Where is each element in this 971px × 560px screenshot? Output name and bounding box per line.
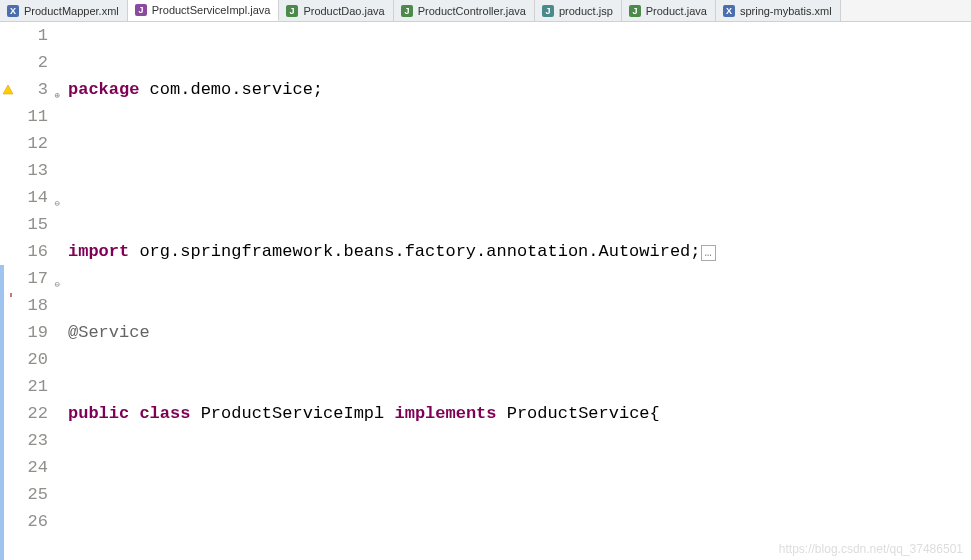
- line-number: 18: [16, 292, 48, 319]
- line-number: 3⊕: [16, 76, 48, 103]
- svg-text:X: X: [726, 6, 732, 16]
- tab-label: Product.java: [646, 5, 707, 17]
- tab-springmybatis[interactable]: X spring-mybatis.xml: [716, 0, 841, 21]
- svg-text:J: J: [138, 5, 143, 15]
- code-line: [68, 481, 971, 508]
- change-marker: [0, 265, 4, 560]
- line-number: 16: [16, 238, 48, 265]
- jsp-file-icon: J: [541, 4, 555, 18]
- line-number: 14⊖: [16, 184, 48, 211]
- tab-productdao[interactable]: J ProductDao.java: [279, 0, 393, 21]
- svg-text:X: X: [10, 6, 16, 16]
- java-file-icon: J: [134, 3, 148, 17]
- xml-file-icon: X: [6, 4, 20, 18]
- line-number: 12: [16, 130, 48, 157]
- tab-productmapper[interactable]: X ProductMapper.xml: [0, 0, 128, 21]
- svg-text:J: J: [290, 6, 295, 16]
- line-number: 13: [16, 157, 48, 184]
- fold-expand-icon[interactable]: ⊕: [50, 83, 60, 93]
- line-number: 20: [16, 346, 48, 373]
- svg-text:J: J: [632, 6, 637, 16]
- svg-text:J: J: [545, 6, 550, 16]
- java-file-icon: J: [285, 4, 299, 18]
- watermark-text: https://blog.csdn.net/qq_37486501: [779, 542, 963, 556]
- tab-label: ProductMapper.xml: [24, 5, 119, 17]
- svg-text:J: J: [404, 6, 409, 16]
- tab-product[interactable]: J Product.java: [622, 0, 716, 21]
- code-line: public class ProductServiceImpl implemen…: [68, 400, 971, 427]
- code-line: @Service: [68, 319, 971, 346]
- line-number: 1: [16, 22, 48, 49]
- line-number: 17⊖: [16, 265, 48, 292]
- java-file-icon: J: [400, 4, 414, 18]
- line-number: 19: [16, 319, 48, 346]
- line-number: 11: [16, 103, 48, 130]
- line-number: 15: [16, 211, 48, 238]
- tab-label: product.jsp: [559, 5, 613, 17]
- line-number: 24: [16, 454, 48, 481]
- marker-ruler: [0, 22, 16, 560]
- editor-tab-bar: X ProductMapper.xml J ProductServiceImpl…: [0, 0, 971, 22]
- line-number: 2: [16, 49, 48, 76]
- code-line: package com.demo.service;: [68, 76, 971, 103]
- code-line: [68, 157, 971, 184]
- editor-area: 1 2 3⊕ 11 12 13 14⊖ 15 16 17⊖ 18 19 20 2…: [0, 22, 971, 560]
- code-editor[interactable]: package com.demo.service; import org.spr…: [54, 22, 971, 560]
- tab-label: ProductServiceImpl.java: [152, 4, 271, 16]
- tab-label: ProductController.java: [418, 5, 526, 17]
- line-number-gutter: 1 2 3⊕ 11 12 13 14⊖ 15 16 17⊖ 18 19 20 2…: [16, 22, 54, 560]
- line-number: 26: [16, 508, 48, 535]
- fold-collapse-icon[interactable]: ⊖: [50, 191, 60, 201]
- tab-productcontroller[interactable]: J ProductController.java: [394, 0, 535, 21]
- folded-imports-icon[interactable]: …: [701, 245, 716, 261]
- line-number: 23: [16, 427, 48, 454]
- error-marker: [10, 293, 12, 297]
- tab-label: spring-mybatis.xml: [740, 5, 832, 17]
- tab-productjsp[interactable]: J product.jsp: [535, 0, 622, 21]
- line-number: 25: [16, 481, 48, 508]
- tab-productserviceimpl[interactable]: J ProductServiceImpl.java: [128, 0, 280, 21]
- xml-file-icon: X: [722, 4, 736, 18]
- warning-marker-icon[interactable]: [2, 82, 14, 94]
- java-file-icon: J: [628, 4, 642, 18]
- line-number: 22: [16, 400, 48, 427]
- tab-label: ProductDao.java: [303, 5, 384, 17]
- line-number: 21: [16, 373, 48, 400]
- fold-collapse-icon[interactable]: ⊖: [50, 272, 60, 282]
- code-line: import org.springframework.beans.factory…: [68, 238, 971, 265]
